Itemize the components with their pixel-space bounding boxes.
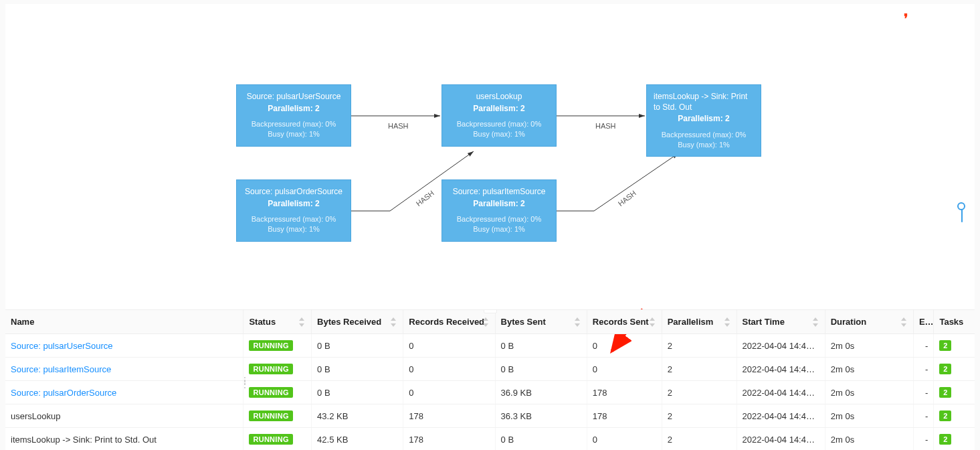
cell-end: - [913, 428, 934, 451]
col-start-time[interactable]: Start Time [737, 310, 825, 334]
op-title: usersLookup [449, 92, 549, 102]
cell-bytes-sent: 0 B [495, 334, 587, 358]
table-row[interactable]: Source: pulsarOrderSource RUNNING 0 B 0 … [5, 381, 975, 404]
cell-bytes-received: 0 B [312, 381, 403, 404]
edge-label-hash: HASH [617, 189, 638, 208]
cell-end: - [913, 358, 934, 381]
cell-duration: 2m 0s [825, 381, 913, 404]
operator-graph[interactable]: Source: pulsarUserSource Parallelism: 2 … [5, 4, 975, 309]
table-resize-handle[interactable]: ⋯ [484, 309, 497, 313]
col-end[interactable]: End [913, 310, 934, 334]
op-title: itemsLookup -> Sink: Print to Std. Out [654, 92, 754, 112]
cell-bytes-sent: 0 B [495, 428, 587, 451]
cell-parallelism: 2 [662, 358, 737, 381]
op-backpressure: Backpressured (max): 0% [654, 130, 754, 140]
cell-tasks: 2 [934, 428, 975, 451]
sort-icon [299, 317, 306, 327]
cell-tasks: 2 [934, 358, 975, 381]
op-node-users-lookup[interactable]: usersLookup Parallelism: 2 Backpressured… [442, 84, 557, 147]
cell-end: - [913, 404, 934, 428]
cell-records-sent: 0 [587, 358, 662, 381]
graph-edges-svg [5, 4, 975, 309]
cell-parallelism: 2 [662, 404, 737, 428]
column-resize-handle[interactable]: ⋮⋮ [241, 378, 246, 389]
col-records-sent[interactable]: Records Sent [587, 310, 662, 334]
col-tasks[interactable]: Tasks [934, 310, 975, 334]
cell-name[interactable]: usersLookup [5, 404, 243, 428]
sort-icon [575, 317, 581, 327]
col-records-received[interactable]: Records Received [403, 310, 495, 334]
col-bytes-received[interactable]: Bytes Received [312, 310, 403, 334]
cell-name[interactable]: itemsLookup -> Sink: Print to Std. Out [5, 428, 243, 451]
cell-bytes-sent: 0 B [495, 358, 587, 381]
zoom-slider[interactable] [957, 202, 967, 222]
op-parallelism: Parallelism: 2 [449, 104, 549, 115]
op-node-pulsar-order-source[interactable]: Source: pulsarOrderSource Parallelism: 2… [236, 179, 351, 242]
cell-status: RUNNING [243, 404, 312, 428]
cell-duration: 2m 0s [825, 358, 913, 381]
op-parallelism: Parallelism: 2 [449, 199, 549, 210]
warning-icon: ❜ [904, 11, 908, 27]
table-header-row: Name Status Bytes Received Records Recei… [5, 310, 975, 334]
cell-records-received: 178 [403, 428, 495, 451]
col-name[interactable]: Name [5, 310, 243, 334]
cell-status: RUNNING [243, 334, 312, 358]
op-title: Source: pulsarItemSource [449, 187, 549, 198]
operators-table: ⋯ Name Sta [5, 309, 975, 450]
cell-bytes-received: 0 B [312, 334, 403, 358]
table-row[interactable]: usersLookup RUNNING 43.2 KB 178 36.3 KB … [5, 404, 975, 428]
op-parallelism: Parallelism: 2 [243, 199, 344, 210]
op-busy: Busy (max): 1% [449, 224, 549, 234]
cell-name[interactable]: Source: pulsarUserSource [5, 334, 243, 358]
cell-start-time: 2022-04-04 14:47:14 [737, 334, 825, 358]
sort-icon [813, 317, 819, 327]
cell-status: RUNNING [243, 428, 312, 451]
cell-duration: 2m 0s [825, 404, 913, 428]
cell-records-received: 178 [403, 404, 495, 428]
sort-icon [391, 317, 397, 327]
cell-end: - [913, 334, 934, 358]
cell-bytes-received: 43.2 KB [312, 404, 403, 428]
cell-records-sent: 0 [587, 428, 662, 451]
col-duration[interactable]: Duration [825, 310, 913, 334]
op-node-pulsar-item-source[interactable]: Source: pulsarItemSource Parallelism: 2 … [442, 179, 557, 242]
cell-tasks: 2 [934, 404, 975, 428]
cell-tasks: 2 [934, 334, 975, 358]
table-row[interactable]: itemsLookup -> Sink: Print to Std. Out R… [5, 428, 975, 451]
cell-parallelism: 2 [662, 334, 737, 358]
op-backpressure: Backpressured (max): 0% [449, 214, 549, 224]
cell-start-time: 2022-04-04 14:47:14 [737, 358, 825, 381]
cell-name[interactable]: Source: pulsarItemSource [5, 358, 243, 381]
cell-records-sent: 178 [587, 381, 662, 404]
col-parallelism[interactable]: Parallelism [662, 310, 737, 334]
table-row[interactable]: Source: pulsarUserSource RUNNING 0 B 0 0… [5, 334, 975, 358]
op-parallelism: Parallelism: 2 [654, 114, 754, 125]
cell-status: RUNNING [243, 381, 312, 404]
cell-end: - [913, 381, 934, 404]
cell-bytes-sent: 36.3 KB [495, 404, 587, 428]
cell-parallelism: 2 [662, 428, 737, 451]
sort-icon [483, 317, 490, 327]
cell-name[interactable]: Source: pulsarOrderSource [5, 381, 243, 404]
cell-bytes-sent: 36.9 KB [495, 381, 587, 404]
cell-tasks: 2 [934, 381, 975, 404]
cell-records-received: 0 [403, 381, 495, 404]
sort-icon [724, 317, 731, 327]
table-row[interactable]: Source: pulsarItemSource RUNNING 0 B 0 0… [5, 358, 975, 381]
cell-records-sent: 0 [587, 334, 662, 358]
op-parallelism: Parallelism: 2 [243, 104, 344, 115]
op-node-items-sink[interactable]: itemsLookup -> Sink: Print to Std. Out P… [646, 84, 761, 157]
op-node-pulsar-user-source[interactable]: Source: pulsarUserSource Parallelism: 2 … [236, 84, 351, 147]
op-backpressure: Backpressured (max): 0% [243, 214, 344, 224]
cell-records-received: 0 [403, 358, 495, 381]
op-title: Source: pulsarOrderSource [243, 187, 344, 198]
col-bytes-sent[interactable]: Bytes Sent [495, 310, 587, 334]
cell-parallelism: 2 [662, 381, 737, 404]
op-busy: Busy (max): 1% [654, 140, 754, 150]
op-title: Source: pulsarUserSource [243, 92, 344, 102]
col-status[interactable]: Status [243, 310, 312, 334]
cell-duration: 2m 0s [825, 334, 913, 358]
cell-status: RUNNING [243, 358, 312, 381]
cell-records-sent: 178 [587, 404, 662, 428]
edge-label-hash: HASH [595, 122, 616, 130]
